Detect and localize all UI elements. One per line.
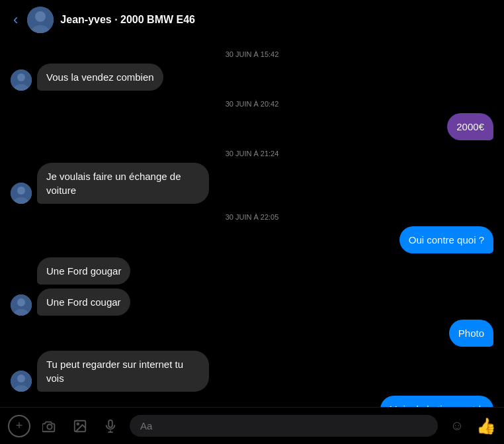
bubble: 2000€ [447,113,493,140]
timestamp-2: 30 JUIN À 20:42 [11,100,493,108]
chat-header: ‹ Jean-yves · 2000 BMW E46 [0,0,504,40]
avatar [11,371,32,392]
plus-button[interactable]: + [8,415,30,437]
bubble: Oui contre quoi ? [399,226,493,253]
message-row: 2000€ [11,113,493,140]
message-row: Vous la vendez combien [11,64,493,91]
svg-rect-18 [108,420,112,427]
message-row: Oui contre quoi ? [11,226,493,253]
bubble: Une Ford gougar [37,257,130,285]
contact-avatar [27,7,54,33]
svg-point-10 [17,298,25,306]
timestamp-3: 30 JUIN À 21:24 [11,150,493,157]
message-input[interactable] [140,420,427,431]
timestamp-4: 30 JUIN À 22:05 [11,213,493,221]
bubble: Photo [449,320,493,347]
bubble: Une Ford cougar [37,289,130,316]
message-row: Je voulais faire un échange de voiture [11,163,493,204]
bubble: Je voulais faire un échange de voiture [37,163,209,204]
emoji-button[interactable]: ☺ [446,415,468,437]
message-row: Tu peut regarder sur internet tu vois [11,351,493,392]
message-input-wrap[interactable] [130,415,438,437]
message-row: Mais de la tienne ptdr [11,396,493,407]
like-button[interactable]: 👍 [476,417,496,435]
svg-point-1 [35,11,46,22]
header-contact-info: Jean-yves · 2000 BMW E46 [60,14,195,26]
input-bar: + ☺ 👍 [0,407,504,444]
bubble: Tu peut regarder sur internet tu vois [37,351,209,392]
svg-point-15 [47,424,52,429]
svg-point-4 [17,73,25,81]
avatar [11,183,32,204]
avatar [11,294,32,316]
messages-area: 30 JUIN À 15:42 Vous la vendez combien 3… [0,40,504,407]
svg-point-17 [77,423,79,425]
bubble: Vous la vendez combien [37,64,163,91]
svg-point-7 [17,187,25,195]
mic-button[interactable] [99,415,122,437]
message-row: Photo [11,320,493,347]
camera-button[interactable] [38,415,61,437]
svg-point-13 [17,375,25,382]
back-button[interactable]: ‹ [11,9,21,31]
message-row: Une Ford gougar [11,257,493,285]
bubble: Mais de la tienne ptdr [380,396,493,407]
contact-name-car: Jean-yves · 2000 BMW E46 [60,14,195,26]
message-row: Une Ford cougar [11,289,493,316]
timestamp-1: 30 JUIN À 15:42 [11,50,493,58]
image-button[interactable] [69,415,91,437]
avatar [11,69,32,91]
